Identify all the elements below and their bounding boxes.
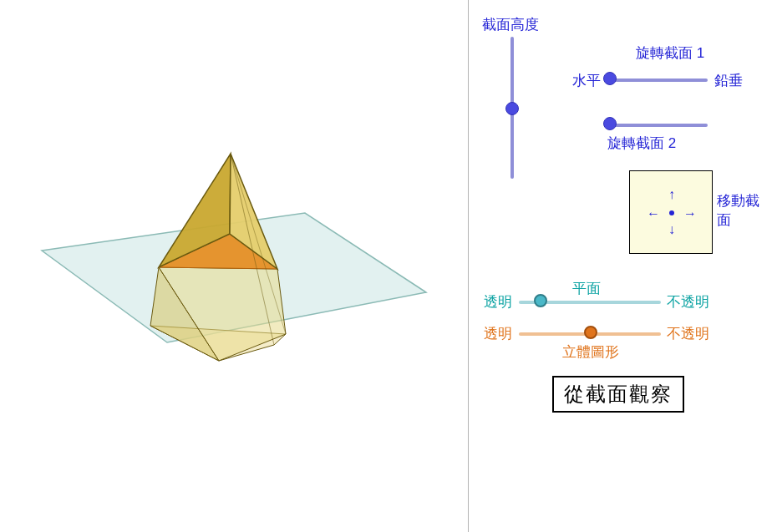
plane-left-label: 透明	[484, 292, 512, 312]
rotate-1-right-label: 鉛垂	[714, 71, 743, 90]
plane-right-label: 不透明	[667, 292, 709, 312]
section-height-thumb[interactable]	[505, 102, 519, 115]
rotate-1-slider[interactable]	[607, 79, 708, 82]
rotate-1-thumb[interactable]	[603, 72, 617, 85]
arrow-right-icon[interactable]: →	[683, 206, 697, 220]
arrow-up-icon[interactable]: ↑	[668, 187, 675, 201]
rotate-1-left-label: 水平	[572, 71, 601, 90]
rotate-2-slider[interactable]	[607, 124, 708, 127]
solid-right-label: 不透明	[667, 324, 709, 343]
solid-opacity-thumb[interactable]	[584, 326, 597, 339]
observe-from-section-button[interactable]: 從截面觀察	[552, 376, 684, 413]
rotate-2-label: 旋轉截面 2	[607, 134, 676, 153]
move-section-label: 移動截面	[717, 191, 772, 230]
solid-opacity-title: 立體圖形	[562, 342, 619, 362]
controls-panel: 截面高度 旋轉截面 1 水平 鉛垂 旋轉截面 2 ↑ ↓ ← → 移動截面 平面…	[472, 0, 772, 532]
move-arrows-svg: ↑ ↓ ← →	[630, 171, 714, 255]
move-center-dot	[669, 210, 674, 215]
rotate-2-thumb[interactable]	[603, 117, 617, 130]
rotate-1-label: 旋轉截面 1	[636, 43, 704, 63]
plane-opacity-thumb[interactable]	[534, 294, 547, 307]
plane-opacity-title: 平面	[572, 279, 601, 298]
3d-view-panel[interactable]	[0, 0, 468, 532]
arrow-left-icon[interactable]: ←	[647, 206, 660, 220]
section-height-label: 截面高度	[482, 15, 539, 34]
move-section-pad[interactable]: ↑ ↓ ← →	[629, 170, 713, 254]
panel-divider	[468, 0, 469, 532]
scene-svg	[0, 0, 468, 532]
solid-left-label: 透明	[484, 324, 512, 343]
arrow-down-icon[interactable]: ↓	[668, 222, 675, 236]
